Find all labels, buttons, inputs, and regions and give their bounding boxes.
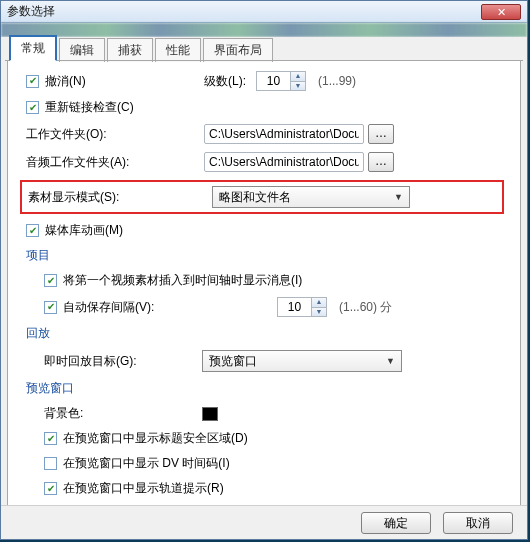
tabstrip: 常规 编辑 捕获 性能 界面布局 bbox=[1, 37, 527, 61]
titlebar[interactable]: 参数选择 ✕ bbox=[1, 1, 527, 23]
tab-performance[interactable]: 性能 bbox=[155, 38, 201, 62]
dialog-footer: 确定 取消 bbox=[1, 505, 527, 539]
select-instant[interactable]: 预览窗口 ▼ bbox=[202, 350, 402, 372]
row-bgcolor: 背景色: bbox=[26, 405, 504, 422]
checkbox-dvtc[interactable] bbox=[44, 457, 57, 470]
spinner-autosave[interactable]: ▲▼ bbox=[277, 297, 327, 317]
row-libanim: 媒体库动画(M) bbox=[26, 222, 504, 239]
checkbox-libanim[interactable] bbox=[26, 224, 39, 237]
range-levels: (1...99) bbox=[318, 74, 356, 88]
dialog-window: 参数选择 ✕ 常规 编辑 捕获 性能 界面布局 撤消(N) 级数(L): ▲▼ … bbox=[0, 0, 528, 540]
browse-audiodir-button[interactable]: … bbox=[368, 152, 394, 172]
row-instant: 即时回放目标(G): 预览窗口 ▼ bbox=[26, 350, 504, 372]
checkbox-safearea[interactable] bbox=[44, 432, 57, 445]
label-autosave: 自动保存间隔(V): bbox=[63, 299, 219, 316]
ok-button[interactable]: 确定 bbox=[361, 512, 431, 534]
chevron-down-icon: ▼ bbox=[394, 192, 403, 202]
tab-layout[interactable]: 界面布局 bbox=[203, 38, 273, 62]
checkbox-autosave[interactable] bbox=[44, 301, 57, 314]
input-audiodir[interactable] bbox=[204, 152, 364, 172]
section-preview: 预览窗口 bbox=[26, 380, 504, 397]
label-safearea: 在预览窗口中显示标题安全区域(D) bbox=[63, 430, 248, 447]
label-levels: 级数(L): bbox=[204, 73, 246, 90]
spinner-arrows-autosave[interactable]: ▲▼ bbox=[311, 297, 327, 317]
section-playback: 回放 bbox=[26, 325, 504, 342]
input-levels[interactable] bbox=[256, 71, 290, 91]
row-undo: 撤消(N) 级数(L): ▲▼ (1...99) bbox=[26, 71, 504, 91]
checkbox-relink[interactable] bbox=[26, 101, 39, 114]
row-relink: 重新链接检查(C) bbox=[26, 99, 504, 116]
range-autosave: (1...60) 分 bbox=[339, 299, 392, 316]
input-workdir[interactable] bbox=[204, 124, 364, 144]
label-displaymode: 素材显示模式(S): bbox=[28, 189, 212, 206]
row-insertmsg: 将第一个视频素材插入到时间轴时显示消息(I) bbox=[26, 272, 504, 289]
row-safearea: 在预览窗口中显示标题安全区域(D) bbox=[26, 430, 504, 447]
label-relink: 重新链接检查(C) bbox=[45, 99, 134, 116]
label-instant: 即时回放目标(G): bbox=[44, 353, 202, 370]
close-button[interactable]: ✕ bbox=[481, 4, 521, 20]
label-libanim: 媒体库动画(M) bbox=[45, 222, 123, 239]
highlight-displaymode: 素材显示模式(S): 略图和文件名 ▼ bbox=[20, 180, 504, 214]
swatch-bgcolor[interactable] bbox=[202, 407, 218, 421]
window-title: 参数选择 bbox=[7, 3, 55, 20]
chevron-down-icon: ▼ bbox=[386, 356, 395, 366]
label-audiodir: 音频工作文件夹(A): bbox=[26, 154, 204, 171]
cancel-button[interactable]: 取消 bbox=[443, 512, 513, 534]
spinner-levels[interactable]: ▲▼ bbox=[256, 71, 306, 91]
label-workdir: 工作文件夹(O): bbox=[26, 126, 204, 143]
tab-panel-general: 撤消(N) 级数(L): ▲▼ (1...99) 重新链接检查(C) 工作文件夹… bbox=[7, 61, 521, 508]
section-project: 项目 bbox=[26, 247, 504, 264]
row-autosave: 自动保存间隔(V): ▲▼ (1...60) 分 bbox=[26, 297, 504, 317]
select-displaymode[interactable]: 略图和文件名 ▼ bbox=[212, 186, 410, 208]
tab-capture[interactable]: 捕获 bbox=[107, 38, 153, 62]
tab-general[interactable]: 常规 bbox=[9, 35, 57, 61]
input-autosave[interactable] bbox=[277, 297, 311, 317]
label-insertmsg: 将第一个视频素材插入到时间轴时显示消息(I) bbox=[63, 272, 302, 289]
checkbox-undo[interactable] bbox=[26, 75, 39, 88]
select-displaymode-value: 略图和文件名 bbox=[219, 189, 291, 206]
row-workdir: 工作文件夹(O): … bbox=[26, 124, 504, 144]
spinner-arrows[interactable]: ▲▼ bbox=[290, 71, 306, 91]
select-instant-value: 预览窗口 bbox=[209, 353, 257, 370]
label-bgcolor: 背景色: bbox=[44, 405, 202, 422]
row-trackhint: 在预览窗口中显示轨道提示(R) bbox=[26, 480, 504, 497]
label-trackhint: 在预览窗口中显示轨道提示(R) bbox=[63, 480, 224, 497]
decoration-band bbox=[1, 23, 527, 37]
tab-edit[interactable]: 编辑 bbox=[59, 38, 105, 62]
row-dvtc: 在预览窗口中显示 DV 时间码(I) bbox=[26, 455, 504, 472]
checkbox-trackhint[interactable] bbox=[44, 482, 57, 495]
checkbox-insertmsg[interactable] bbox=[44, 274, 57, 287]
browse-workdir-button[interactable]: … bbox=[368, 124, 394, 144]
row-audiodir: 音频工作文件夹(A): … bbox=[26, 152, 504, 172]
label-dvtc: 在预览窗口中显示 DV 时间码(I) bbox=[63, 455, 230, 472]
label-undo: 撤消(N) bbox=[45, 73, 86, 90]
